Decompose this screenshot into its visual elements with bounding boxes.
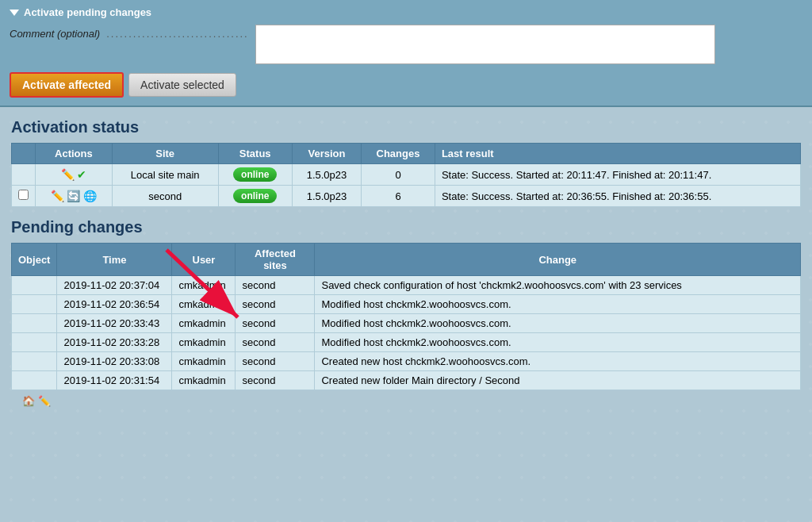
collapse-icon[interactable] [10, 10, 19, 16]
affected-sites-cell: second [236, 295, 315, 314]
bottom-icons: 🏠 ✏️ [11, 390, 801, 412]
list-item: 2019-11-02 20:37:04 cmkadmin second Save… [12, 276, 801, 295]
activate-panel: Activate pending changes Comment (option… [0, 0, 812, 107]
last-result-cell: State: Success. Started at: 20:11:47. Fi… [435, 164, 800, 186]
col-last-result: Last result [435, 144, 800, 164]
pencil-icon[interactable]: ✏️ [61, 168, 74, 181]
user-cell: cmkadmin [172, 333, 236, 352]
col-affected-sites: Affected sites [236, 244, 315, 276]
last-result-cell: State: Success. Started at: 20:36:55. Fi… [435, 186, 800, 207]
user-cell: cmkadmin [172, 295, 236, 314]
check-icon[interactable]: ✔ [77, 168, 86, 181]
main-content: Activation status Actions Site Status Ve… [0, 107, 812, 420]
time-cell: 2019-11-02 20:36:54 [57, 295, 172, 314]
activation-status-section: Activation status Actions Site Status Ve… [11, 118, 801, 207]
row-checkbox[interactable] [18, 190, 29, 200]
list-item: 2019-11-02 20:31:54 cmkadmin second Crea… [12, 371, 801, 390]
button-row: Activate affected Activate selected [10, 72, 802, 98]
col-status: Status [218, 144, 292, 164]
status-badge: online [233, 167, 277, 182]
status-cell: online [218, 186, 292, 207]
bottom-icon-2[interactable]: ✏️ [38, 395, 51, 407]
col-checkbox [12, 144, 36, 164]
list-item: 2019-11-02 20:36:54 cmkadmin second Modi… [12, 295, 801, 314]
site-cell: second [112, 186, 218, 207]
change-cell: Modified host chckmk2.woohoosvcs.com. [315, 333, 801, 352]
checkbox-cell[interactable] [12, 186, 36, 207]
col-time: Time [57, 244, 172, 276]
object-cell [12, 352, 57, 371]
actions-cell: ✏️ ✔ [36, 164, 113, 186]
object-cell [12, 295, 57, 314]
user-cell: cmkadmin [172, 276, 236, 295]
checkbox-cell [12, 164, 36, 186]
list-item: 2019-11-02 20:33:08 cmkadmin second Crea… [12, 352, 801, 371]
change-cell: Created new folder Main directory / Seco… [315, 371, 801, 390]
object-cell [12, 276, 57, 295]
changes-cell: 6 [362, 186, 435, 207]
affected-sites-cell: second [236, 314, 315, 333]
activate-affected-button[interactable]: Activate affected [10, 72, 124, 98]
change-cell: Modified host chckmk2.woohoosvcs.com. [315, 314, 801, 333]
refresh-icon[interactable]: 🔄 [67, 190, 80, 202]
status-cell: online [218, 164, 292, 186]
col-version: Version [292, 144, 361, 164]
panel-header: Activate pending changes [10, 6, 802, 18]
change-cell: Created new host chckmk2.woohoosvcs.com. [315, 352, 801, 371]
col-site: Site [112, 144, 218, 164]
affected-sites-cell: second [236, 371, 315, 390]
comment-textarea[interactable] [255, 25, 715, 64]
change-cell: Saved check configuration of host 'chckm… [315, 276, 801, 295]
actions-cell: ✏️ 🔄 🌐 [36, 186, 113, 207]
pending-changes-section: Pending changes Object Time User Affecte… [11, 218, 801, 390]
col-changes: Changes [362, 144, 435, 164]
comment-row: Comment (optional) .....................… [10, 25, 802, 64]
object-cell [12, 314, 57, 333]
version-cell: 1.5.0p23 [292, 186, 361, 207]
pending-changes-title: Pending changes [11, 218, 801, 236]
activation-table: Actions Site Status Version Changes Last… [11, 143, 801, 207]
col-actions: Actions [36, 144, 113, 164]
affected-sites-cell: second [236, 333, 315, 352]
col-user: User [172, 244, 236, 276]
page-wrapper: Activate pending changes Comment (option… [0, 0, 812, 522]
object-cell [12, 333, 57, 352]
comment-label: Comment (optional) [10, 28, 100, 40]
table-row: ✏️ 🔄 🌐 second online 1.5.0p23 6 State: S… [12, 186, 801, 207]
version-cell: 1.5.0p23 [292, 164, 361, 186]
globe-icon[interactable]: 🌐 [83, 190, 97, 202]
change-cell: Modified host chckmk2.woohoosvcs.com. [315, 295, 801, 314]
affected-sites-cell: second [236, 276, 315, 295]
list-item: 2019-11-02 20:33:28 cmkadmin second Modi… [12, 333, 801, 352]
status-badge: online [233, 189, 277, 203]
time-cell: 2019-11-02 20:33:28 [57, 333, 172, 352]
pencil-icon[interactable]: ✏️ [51, 190, 63, 202]
col-change: Change [315, 244, 801, 276]
time-cell: 2019-11-02 20:37:04 [57, 276, 172, 295]
user-cell: cmkadmin [172, 352, 236, 371]
activate-selected-button[interactable]: Activate selected [128, 73, 236, 97]
site-cell: Local site main [112, 164, 218, 186]
object-cell [12, 371, 57, 390]
panel-title: Activate pending changes [24, 6, 151, 18]
pending-table: Object Time User Affected sites Change 2… [11, 243, 801, 390]
table-row: ✏️ ✔ Local site main online 1.5.0p23 0 S… [12, 164, 801, 186]
user-cell: cmkadmin [172, 314, 236, 333]
affected-sites-cell: second [236, 352, 315, 371]
time-cell: 2019-11-02 20:33:43 [57, 314, 172, 333]
changes-cell: 0 [362, 164, 435, 186]
time-cell: 2019-11-02 20:33:08 [57, 352, 172, 371]
comment-dots: ................................ [106, 28, 249, 40]
col-object: Object [12, 244, 57, 276]
list-item: 2019-11-02 20:33:43 cmkadmin second Modi… [12, 314, 801, 333]
user-cell: cmkadmin [172, 371, 236, 390]
time-cell: 2019-11-02 20:31:54 [57, 371, 172, 390]
bottom-icon-1[interactable]: 🏠 [22, 395, 35, 407]
activation-status-title: Activation status [11, 118, 801, 136]
